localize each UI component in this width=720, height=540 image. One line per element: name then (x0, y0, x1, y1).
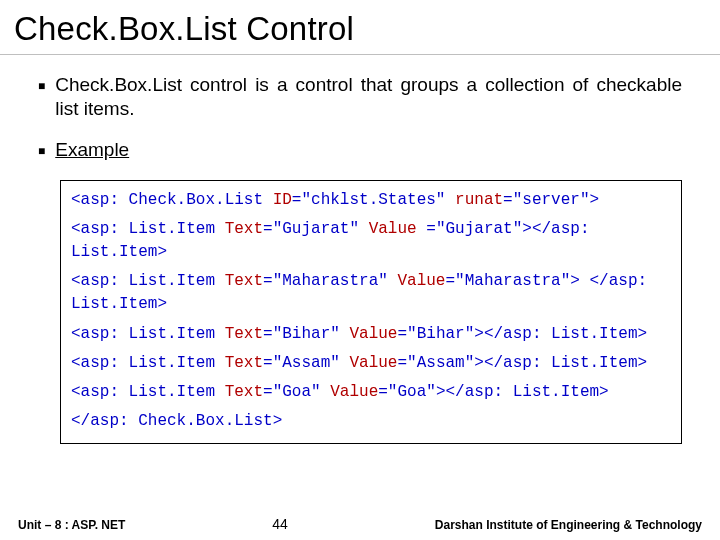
code-token: <asp: List.Item (71, 383, 225, 401)
code-line: </asp: Check.Box.List> (71, 410, 671, 433)
code-token: ="Maharastra" (263, 272, 397, 290)
bullet-text-example: Example (55, 138, 682, 162)
code-token: Text (225, 354, 263, 372)
code-token: Value (369, 220, 417, 238)
code-token: <asp: List.Item (71, 354, 225, 372)
slide-body: ■ Check.Box.List control is a control th… (0, 55, 720, 444)
code-token: ="Assam"></asp: List.Item> (397, 354, 647, 372)
footer-right: Darshan Institute of Engineering & Techn… (435, 518, 702, 532)
code-token: ="Bihar" (263, 325, 349, 343)
code-token: Text (225, 383, 263, 401)
code-token: <asp: List.Item (71, 272, 225, 290)
code-token: Text (225, 220, 263, 238)
slide-title: Check.Box.List Control (0, 0, 720, 55)
code-token: <asp: List.Item (71, 220, 225, 238)
code-token: <asp: List.Item (71, 325, 225, 343)
code-token: runat (455, 191, 503, 209)
code-token: Value (330, 383, 378, 401)
slide: Check.Box.List Control ■ Check.Box.List … (0, 0, 720, 540)
bullet-item: ■ Check.Box.List control is a control th… (38, 73, 682, 122)
page-number: 44 (272, 516, 288, 532)
code-token: ="chklst.States" (292, 191, 455, 209)
bullet-item: ■ Example (38, 138, 682, 164)
code-line: <asp: List.Item Text="Goa" Value="Goa"><… (71, 381, 671, 404)
code-line: <asp: Check.Box.List ID="chklst.States" … (71, 189, 671, 212)
code-token: Text (225, 325, 263, 343)
code-token: ="Assam" (263, 354, 349, 372)
code-line: <asp: List.Item Text="Bihar" Value="Biha… (71, 323, 671, 346)
code-line: <asp: List.Item Text="Gujarat" Value ="G… (71, 218, 671, 264)
bullet-icon: ■ (38, 138, 45, 164)
code-line: <asp: List.Item Text="Assam" Value="Assa… (71, 352, 671, 375)
code-token: ="Goa"></asp: List.Item> (378, 383, 608, 401)
code-token: ="Bihar"></asp: List.Item> (397, 325, 647, 343)
code-token: Value (349, 354, 397, 372)
code-token: ID (273, 191, 292, 209)
code-token: Value (397, 272, 445, 290)
code-token: ="Gujarat" (263, 220, 369, 238)
bullet-icon: ■ (38, 73, 45, 99)
code-token: <asp: Check.Box.List (71, 191, 273, 209)
code-line: <asp: List.Item Text="Maharastra" Value=… (71, 270, 671, 316)
slide-footer: Unit – 8 : ASP. NET 44 Darshan Institute… (0, 516, 720, 532)
code-token: Text (225, 272, 263, 290)
code-token: </asp: Check.Box.List> (71, 412, 282, 430)
footer-left: Unit – 8 : ASP. NET (18, 518, 125, 532)
code-token: ="Goa" (263, 383, 330, 401)
bullet-text: Check.Box.List control is a control that… (55, 73, 682, 122)
code-token: Value (349, 325, 397, 343)
code-token: ="server"> (503, 191, 599, 209)
code-block: <asp: Check.Box.List ID="chklst.States" … (60, 180, 682, 445)
